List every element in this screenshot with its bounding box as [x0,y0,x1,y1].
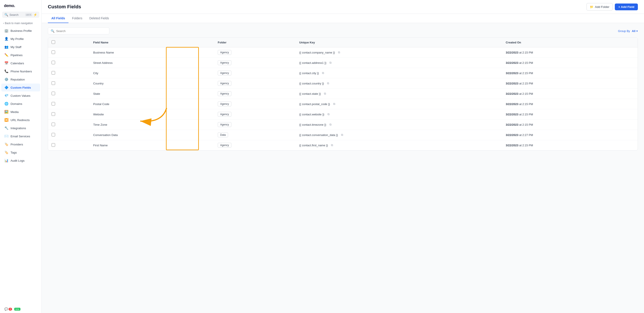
sidebar-item-integrations[interactable]: 🔧 Integrations [1,124,40,132]
header-actions: 📁 Add Folder + Add Field [586,3,638,10]
table-row: WebsiteAgency {{ contact.website }} ⧉ 3/… [48,109,638,120]
row-5-created-on: 3/22/2023 at 2:15 PM [502,89,638,99]
row-6-folder: Agency [214,99,296,109]
copy-button-1[interactable]: ⧉ [337,50,342,55]
field-search[interactable]: 🔍 [48,27,109,34]
col-header-created-on: Created On [502,38,638,47]
col-header-field-name: Field Name [90,38,214,47]
tab-folders[interactable]: Folders [68,14,86,23]
row-checkbox-7[interactable] [52,112,55,116]
row-checkbox-5[interactable] [52,92,55,95]
row-7-checkbox-cell [48,109,90,120]
row-checkbox-2[interactable] [52,61,55,64]
sidebar-item-business-profile[interactable]: 🏢 Business Profile [1,27,40,35]
sidebar-item-label: Domains [10,102,22,105]
row-1-folder: Agency [214,47,296,58]
fields-table: Field NameFolderUnique KeyCreated On Bus… [48,38,638,150]
row-checkbox-3[interactable] [52,71,55,75]
providers-icon: 🏷️ [4,142,8,146]
copy-button-8[interactable]: ⧉ [328,122,333,127]
copy-button-2[interactable]: ⧉ [328,60,333,65]
sidebar-item-domains[interactable]: 🌐 Domains [1,100,40,108]
copy-button-5[interactable]: ⧉ [322,91,327,96]
unique-key-wrap-6: {{ contact.postal_code }} ⧉ [299,102,499,106]
tab-all-fields[interactable]: All Fields [48,14,68,23]
row-2-field-name: Street Address [90,58,214,68]
chat-icon: 💬 4 [4,307,12,311]
copy-button-10[interactable]: ⧉ [330,143,334,148]
new-badge: new [14,308,20,311]
sidebar-item-url-redirects[interactable]: 🔀 URL Redirects [1,116,40,124]
row-6-created-on: 3/22/2023 at 2:15 PM [502,99,638,109]
add-folder-button[interactable]: 📁 Add Folder [586,3,612,10]
unique-key-wrap-5: {{ contact.state }} ⧉ [299,91,499,96]
row-checkbox-10[interactable] [52,143,55,147]
business-profile-icon: 🏢 [4,29,8,33]
chevron-down-icon: ▾ [636,29,638,33]
copy-button-4[interactable]: ⧉ [326,81,330,86]
sidebar-item-phone-numbers[interactable]: 📞 Phone Numbers [1,67,40,75]
copy-button-6[interactable]: ⧉ [332,102,336,106]
row-checkbox-6[interactable] [52,102,55,105]
sidebar-item-my-profile[interactable]: 👤 My Profile [1,35,40,43]
copy-button-9[interactable]: ⧉ [340,132,344,137]
sidebar-item-label: My Profile [10,37,24,40]
row-4-field-name: Country [90,78,214,89]
created-on-value-2: 3/22/2023 at 2:15 PM [506,61,533,64]
row-1-field-name: Business Name [90,47,214,58]
row-9-field-name: Conversation Data [90,130,214,140]
sidebar-item-label: Business Profile [10,29,32,32]
table-row: Time ZoneAgency {{ contact.timezone }} ⧉… [48,120,638,130]
sidebar-item-calendars[interactable]: 📅 Calendars [1,59,40,67]
sidebar-item-label: Custom Values [10,94,30,97]
sidebar-item-label: Pipelines [10,53,22,57]
table-row: CityAgency {{ contact.city }} ⧉ 3/22/202… [48,68,638,78]
row-checkbox-4[interactable] [52,81,55,85]
my-staff-icon: 👥 [4,45,8,49]
content-area: 🔍 Group By All ▾ [42,23,644,313]
sidebar-item-label: Reputation [10,78,25,81]
sidebar-item-custom-values[interactable]: 💎 Custom Values [1,92,40,100]
add-field-button[interactable]: + Add Field [615,3,638,10]
search-input[interactable] [56,29,106,33]
sidebar-item-custom-fields[interactable]: 🔷 Custom Fields [1,84,40,91]
row-5-field-name: State [90,89,214,99]
folder-badge-2: Agency [218,60,231,65]
created-on-value-1: 3/22/2023 at 2:15 PM [506,51,533,54]
row-1-unique-key: {{ contact.company_name }} ⧉ [296,47,502,58]
select-all-checkbox[interactable] [52,40,55,44]
tab-deleted-fields[interactable]: Deleted Fields [86,14,112,23]
group-by-control[interactable]: Group By All ▾ [618,29,638,33]
sidebar-item-media[interactable]: 🖼️ Media [1,108,40,116]
audit-logs-icon: 📊 [4,159,8,163]
sidebar-item-providers[interactable]: 🏷️ Providers [1,140,40,148]
back-navigation[interactable]: ‹ Back to main navigation [0,20,42,26]
row-8-folder: Agency [214,120,296,130]
folder-badge-9: Data [218,132,228,137]
calendars-icon: 📅 [4,61,8,65]
created-on-value-7: 3/22/2023 at 2:15 PM [506,113,533,116]
row-checkbox-9[interactable] [52,133,55,136]
table-row: Postal CodeAgency {{ contact.postal_code… [48,99,638,109]
sidebar-item-pipelines[interactable]: ✏️ Pipelines [1,51,40,59]
row-2-folder: Agency [214,58,296,68]
created-on-value-8: 3/22/2023 at 2:15 PM [506,123,533,126]
copy-button-3[interactable]: ⧉ [321,71,326,75]
row-checkbox-1[interactable] [52,50,55,54]
row-2-created-on: 3/22/2023 at 2:15 PM [502,58,638,68]
search-bar[interactable]: 🔍 Search ctrl K ⚡ [2,12,39,18]
row-9-folder: Data [214,130,296,140]
row-checkbox-8[interactable] [52,123,55,126]
unique-key-value-4: {{ contact.country }} [299,82,324,85]
copy-button-7[interactable]: ⧉ [326,112,331,117]
sidebar-item-email-services[interactable]: ✉️ Email Services [1,132,40,140]
col-header-unique-key: Unique Key [296,38,502,47]
row-2-checkbox-cell [48,58,90,68]
sidebar-item-reputation[interactable]: ⚙️ Reputation [1,75,40,83]
sidebar-item-chat[interactable]: 💬 4 new [1,305,40,313]
sidebar-item-my-staff[interactable]: 👥 My Staff [1,43,40,51]
page-title: Custom Fields [48,4,81,10]
sidebar-item-tags[interactable]: 🏷️ Tags [1,148,40,156]
sidebar-item-audit-logs[interactable]: 📊 Audit Logs [1,157,40,165]
row-3-field-name: City [90,68,214,78]
